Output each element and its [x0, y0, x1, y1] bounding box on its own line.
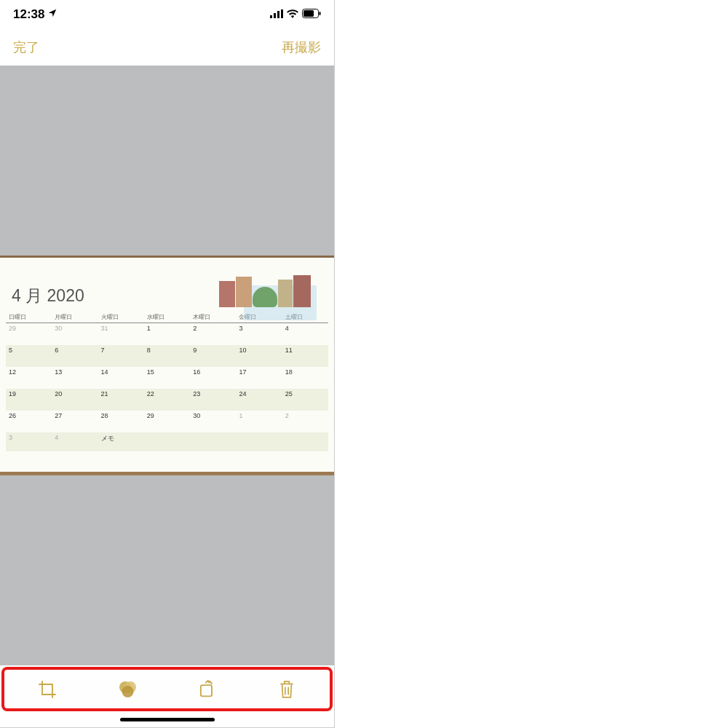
calendar-cell: [190, 432, 236, 451]
calendar-row: 19202122232425: [6, 389, 328, 411]
svg-rect-6: [320, 12, 321, 15]
calendar-cell: [282, 432, 328, 451]
calendar-cell: 18: [282, 367, 328, 389]
calendar-cell: 9: [190, 345, 236, 367]
calendar-cell: 23: [190, 389, 236, 411]
calendar-cell: 4: [282, 323, 328, 345]
calendar-cell: 26: [6, 411, 52, 432]
toolbar-container: [0, 665, 334, 727]
document-illustration: [219, 272, 328, 307]
svg-rect-3: [281, 9, 283, 18]
calendar-cell: 10: [236, 345, 282, 367]
calendar-cell: 3: [6, 432, 52, 451]
calendar-cell: 1: [144, 323, 190, 345]
scan-preview-area[interactable]: 4 月 2020 日曜日月曜日火曜日水曜日木曜日金曜日土曜日 293031123…: [0, 66, 334, 665]
document-title: 4 月 2020: [6, 285, 84, 307]
calendar-cell: 22: [144, 389, 190, 411]
calendar-cell: 15: [144, 367, 190, 389]
svg-rect-10: [201, 685, 212, 696]
calendar-cell: 21: [98, 389, 144, 411]
cellular-icon: [270, 7, 283, 22]
svg-rect-0: [270, 15, 272, 18]
status-bar: 12:38: [0, 0, 334, 29]
crop-button[interactable]: [33, 676, 62, 705]
calendar-table: 日曜日月曜日火曜日水曜日木曜日金曜日土曜日 293031123456789101…: [6, 312, 328, 451]
calendar-row: 567891011: [6, 345, 328, 367]
crop-icon: [37, 679, 57, 703]
done-button[interactable]: 完了: [13, 39, 39, 56]
calendar-cell: 29: [144, 411, 190, 432]
calendar-cell: 6: [52, 345, 98, 367]
weekday-header: 月曜日: [52, 312, 98, 323]
svg-rect-1: [274, 13, 276, 18]
memo-label-cell: メモ: [98, 432, 144, 451]
weekday-header: 火曜日: [98, 312, 144, 323]
battery-icon: [302, 7, 321, 22]
calendar-cell: 12: [6, 367, 52, 389]
calendar-row: 2930311234: [6, 323, 328, 345]
location-icon: [47, 7, 57, 22]
calendar-cell: 13: [52, 367, 98, 389]
calendar-cell: 30: [52, 323, 98, 345]
calendar-cell: 4: [52, 432, 98, 451]
calendar-cell: 5: [6, 345, 52, 367]
svg-point-9: [122, 686, 133, 697]
phone-frame: 12:38: [0, 0, 335, 728]
calendar-cell: 25: [282, 389, 328, 411]
calendar-cell: 2: [282, 411, 328, 432]
retake-button[interactable]: 再撮影: [282, 39, 321, 56]
calendar-cell: 14: [98, 367, 144, 389]
status-left: 12:38: [13, 7, 57, 22]
calendar-cell: 27: [52, 411, 98, 432]
calendar-row: 12131415161718: [6, 367, 328, 389]
calendar-cell: 30: [190, 411, 236, 432]
calendar-cell: [236, 432, 282, 451]
filter-button[interactable]: [113, 676, 142, 705]
status-time: 12:38: [13, 7, 44, 22]
calendar-cell: 7: [98, 345, 144, 367]
scanned-document: 4 月 2020 日曜日月曜日火曜日水曜日木曜日金曜日土曜日 293031123…: [0, 256, 334, 475]
status-right: [270, 7, 321, 22]
calendar-row: 262728293012: [6, 411, 328, 432]
calendar-cell: 29: [6, 323, 52, 345]
calendar-cell: 24: [236, 389, 282, 411]
calendar-row: 34メモ: [6, 432, 328, 451]
calendar-cell: 11: [282, 345, 328, 367]
filter-icon: [116, 679, 138, 703]
weekday-header: 水曜日: [144, 312, 190, 323]
edit-toolbar: [3, 668, 331, 713]
calendar-cell: 2: [190, 323, 236, 345]
trash-icon: [277, 679, 296, 703]
delete-button[interactable]: [272, 676, 301, 705]
calendar-cell: 28: [98, 411, 144, 432]
weekday-header: 木曜日: [190, 312, 236, 323]
calendar-cell: 19: [6, 389, 52, 411]
svg-rect-2: [277, 11, 279, 18]
rotate-icon: [197, 679, 217, 703]
calendar-cell: 3: [236, 323, 282, 345]
calendar-cell: 8: [144, 345, 190, 367]
calendar-cell: 16: [190, 367, 236, 389]
rotate-button[interactable]: [192, 676, 221, 705]
calendar-cell: 1: [236, 411, 282, 432]
calendar-cell: 17: [236, 367, 282, 389]
calendar-cell: 31: [98, 323, 144, 345]
home-indicator[interactable]: [120, 718, 215, 721]
calendar-cell: 20: [52, 389, 98, 411]
calendar-cell: [144, 432, 190, 451]
nav-bar: 完了 再撮影: [0, 29, 334, 66]
svg-rect-5: [304, 10, 314, 17]
wifi-icon: [286, 7, 299, 22]
weekday-header: 日曜日: [6, 312, 52, 323]
